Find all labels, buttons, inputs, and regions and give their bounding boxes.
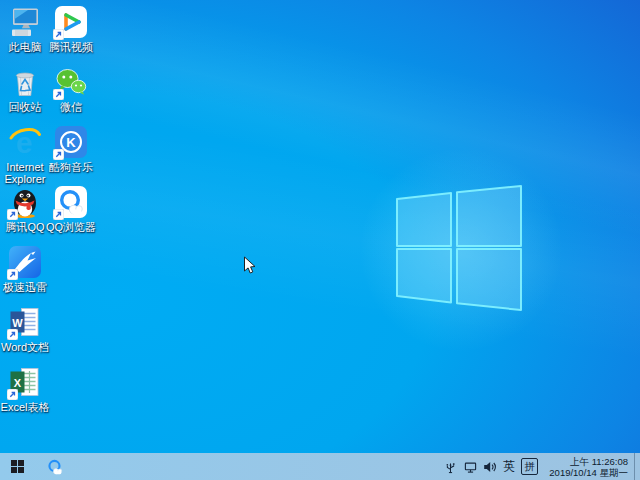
taskbar-clock[interactable]: 上午 11:26:08 2019/10/14 星期一: [549, 456, 628, 478]
qq-browser-icon: [54, 185, 88, 219]
desktop-icon-kugou-music[interactable]: K 酷狗音乐: [45, 125, 97, 173]
desktop-icon-internet-explorer[interactable]: e Internet Explorer: [0, 125, 51, 185]
icon-label: Internet Explorer: [0, 161, 51, 185]
shortcut-arrow-badge: [53, 89, 64, 100]
internet-explorer-icon: e: [8, 125, 42, 159]
icon-label: 腾讯视频: [45, 41, 97, 53]
icon-label: QQ浏览器: [45, 221, 97, 233]
desktop-icon-word-document[interactable]: W Word文档: [0, 305, 51, 353]
word-document-icon: W: [8, 305, 42, 339]
excel-spreadsheet-icon: X: [8, 365, 42, 399]
system-tray: 英 拼 上午 11:26:08 2019/10/14 星期一: [440, 453, 640, 480]
windows-logo-wallpaper: [396, 185, 522, 311]
start-button[interactable]: [0, 453, 34, 480]
shortcut-arrow-badge: [53, 149, 64, 160]
desktop-icon-excel-spreadsheet[interactable]: X Excel表格: [0, 365, 51, 413]
show-desktop-button[interactable]: [634, 453, 640, 480]
shortcut-arrow-badge: [7, 209, 18, 220]
thunder-icon: [8, 245, 42, 279]
this-pc-icon: [8, 5, 42, 39]
shortcut-arrow-badge: [53, 209, 64, 220]
shortcut-arrow-badge: [7, 389, 18, 400]
ime-language-indicator[interactable]: 英: [503, 458, 515, 475]
icon-label: Excel表格: [0, 401, 51, 413]
icon-label: 极速迅雷: [0, 281, 51, 293]
tencent-qq-icon: [8, 185, 42, 219]
svg-text:K: K: [66, 135, 76, 150]
desktop-icon-wechat[interactable]: 微信: [45, 65, 97, 113]
desktop-icon-tencent-qq[interactable]: 腾讯QQ: [0, 185, 51, 233]
shortcut-arrow-badge: [7, 329, 18, 340]
network-tray-icon[interactable]: [462, 453, 478, 480]
desktop-icon-recycle-bin[interactable]: 回收站: [0, 65, 51, 113]
recycle-bin-icon: [8, 65, 42, 99]
kugou-music-icon: K: [54, 125, 88, 159]
icon-label: 酷狗音乐: [45, 161, 97, 173]
usb-device-tray-icon[interactable]: [442, 453, 458, 480]
clock-time: 上午 11:26:08: [549, 456, 628, 467]
tencent-video-icon: [54, 5, 88, 39]
ime-pinyin-indicator[interactable]: 拼: [521, 458, 538, 475]
shortcut-arrow-badge: [7, 269, 18, 280]
clock-date: 2019/10/14 星期一: [549, 467, 628, 478]
shortcut-arrow-badge: [53, 29, 64, 40]
volume-tray-icon[interactable]: [482, 453, 498, 480]
icon-label: 微信: [45, 101, 97, 113]
icon-label: 此电脑: [0, 41, 51, 53]
icon-label: Word文档: [0, 341, 51, 353]
svg-text:W: W: [12, 317, 23, 329]
taskbar: 英 拼 上午 11:26:08 2019/10/14 星期一: [0, 453, 640, 480]
wechat-icon: [54, 65, 88, 99]
windows-start-icon: [11, 460, 24, 473]
qq-browser-icon: [46, 458, 64, 476]
desktop-icon-qq-browser[interactable]: QQ浏览器: [45, 185, 97, 233]
desktop-icon-tencent-video[interactable]: 腾讯视频: [45, 5, 97, 53]
icon-label: 回收站: [0, 101, 51, 113]
taskbar-qq-browser-button[interactable]: [40, 453, 70, 480]
svg-text:X: X: [14, 377, 22, 389]
mouse-cursor: [243, 256, 257, 276]
desktop-icon-thunder[interactable]: 极速迅雷: [0, 245, 51, 293]
icon-label: 腾讯QQ: [0, 221, 51, 233]
desktop: 此电脑 腾讯视频: [0, 0, 640, 480]
desktop-icon-this-pc[interactable]: 此电脑: [0, 5, 51, 53]
